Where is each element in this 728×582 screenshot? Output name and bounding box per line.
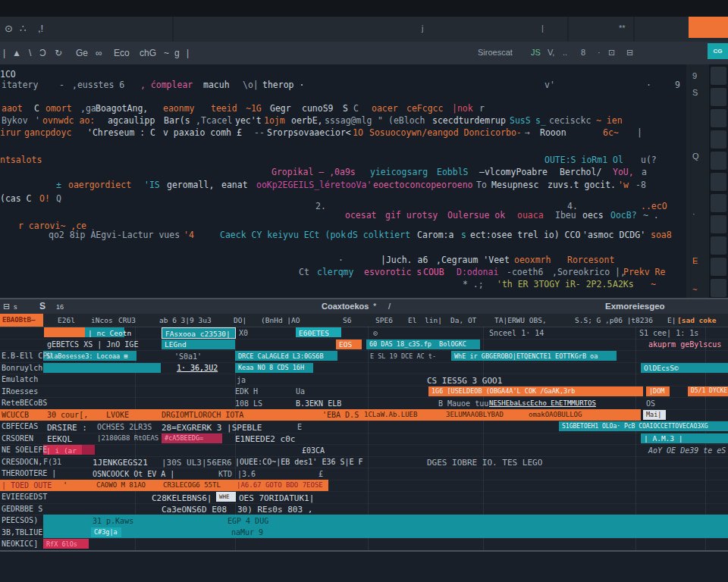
rail-box-button[interactable] [711,67,726,85]
timeline-bar[interactable]: S1GBETOEH1 OLOa· PcB COAIOCCETTOVECAO3XG [559,421,728,431]
row-label[interactable]: Bonruylch [2,364,42,372]
toolbar-status-item[interactable]: JS [531,48,541,57]
timeline-bar[interactable]: 60 DAS 18_c3S.fp BolOGKC [366,340,480,349]
timeline-text: gEBETCS XS | JnO IGE [47,340,138,349]
toolbar-icon[interactable]: Eco [114,46,130,60]
rail-box-button[interactable] [711,88,726,106]
row-label[interactable]: CBFECEAS [2,422,38,430]
corner-button[interactable]: CG [708,43,728,59]
row-label[interactable]: 3B,TBLIUE [2,528,42,537]
row-label[interactable]: NEOKICC] [2,540,38,548]
timeline-bar[interactable]: FAsxooa c23530| [162,327,236,339]
toolbar-icon[interactable]: | [187,46,189,60]
code-token: 1O [353,128,363,138]
timeline-bar[interactable] [43,363,161,373]
code-token: oaergordiect [68,180,131,190]
menu-icon[interactable]: ⊙ [5,22,13,36]
panel-title: Coaxtoekos [322,302,369,311]
row-label[interactable]: THEROOTERE | [2,469,56,477]
rail-box-button[interactable] [711,109,726,127]
rail-box-button[interactable] [711,152,726,170]
row-label[interactable]: ReteBECoBS [2,399,47,407]
gutter-icon[interactable]: S [692,88,698,97]
toolbar-icon[interactable]: | [3,46,5,60]
active-tab-highlight[interactable] [689,17,728,38]
timeline-bar[interactable]: LEGnd [162,340,235,349]
toolbar-icon[interactable]: \ [29,46,31,60]
row-label[interactable]: GEDRBBE S [2,505,42,513]
row-label[interactable]: NE SOELEFE [2,446,47,454]
timeline-bar[interactable]: | nc Ceotn [85,327,124,337]
gutter-icon[interactable]: 9 [692,71,697,80]
row-label[interactable]: IRoesses [2,387,38,396]
slash-icon[interactable]: / [388,302,391,311]
menu-icon[interactable]: ,! [38,22,43,36]
timeline-bar[interactable]: C#3g|a [91,527,121,537]
timeline-bar[interactable]: Mai| [643,410,666,420]
timeline-bar[interactable]: |DOM [646,386,670,396]
toolbar-status-item[interactable]: ⊡ [608,48,615,58]
toolbar-icon[interactable]: g [174,46,180,60]
timeline-bar[interactable]: SlaBosesse3: Locoaa ⊞ [43,351,136,361]
gutter-icon[interactable]: E [692,256,698,265]
row-label[interactable]: E.B-Ell CPU [2,352,52,360]
rail-box-button[interactable] [711,173,726,191]
row-label[interactable]: Emulatch [2,375,38,383]
timeline-bar[interactable] [43,527,728,539]
timeline-text: 31 p.Kaws [93,517,133,525]
toolbar-status-item[interactable]: ⊟ [626,48,633,58]
toolbar-status-item[interactable]: Siroescat [478,48,513,57]
timeline-bar[interactable]: OlDEcsS© [641,363,728,373]
toolbar-icon[interactable]: Ɔ [39,46,46,60]
code-editor[interactable]: 1COitatery-,eusstes 6, ćomplearmacuh\o|t… [0,64,686,299]
timeline-bar[interactable]: 1G6 [USELDEOB (OBGA4A'L COK /GaAK,3rb [428,386,643,396]
toolbar-icon[interactable]: ↻ [55,46,62,60]
timeline-bar[interactable]: WHE [216,492,236,502]
rail-box-button[interactable] [711,194,726,212]
toolbar-icon[interactable]: Ge [76,46,88,60]
toolbar-icon[interactable]: ▲ [12,46,21,60]
toolbar-status-item[interactable]: · [598,48,601,57]
bar-label: OlDEcsS© [644,364,679,372]
timeline-bar[interactable] [82,445,95,455]
row-label[interactable]: WCUCCB [2,411,29,419]
toolbar-icon[interactable]: ∞ [96,46,102,60]
timeline-bar[interactable]: | A.M.3 | [641,433,728,443]
timeline-bar[interactable]: D5/1 DYCKE [688,386,728,396]
ruler-origin-cell[interactable]: EBAOBtB— [0,314,43,327]
toolbar-icon[interactable]: ~ [164,46,169,60]
rail-box-button[interactable] [711,258,726,276]
rail-box-button[interactable] [711,130,726,149]
code-token: Prekv Re [623,268,665,277]
row-label[interactable]: EVIEEGEDST [2,493,47,501]
row-label[interactable]: PEECSOS) [2,516,38,524]
gutter-icon[interactable]: · [692,209,695,218]
toolbar-status-item[interactable]: V, [548,48,554,57]
timeline-bar[interactable]: EOS [336,340,362,349]
menu-icon[interactable]: ∴ [20,22,26,36]
timeline-bar[interactable] [44,327,85,337]
timeline-bar[interactable]: WhE ir GBGEROBO|ETQENCTE1 EOTTKGrB oa [451,351,617,361]
gutter-icon[interactable]: Q [692,152,699,161]
timeline-bar[interactable]: Keaa NO 8 CDS 16H [235,363,313,373]
timeline-bar[interactable]: RfX 6lOs [43,539,89,549]
row-label[interactable]: CRESDOCN, [2,458,42,466]
row-label[interactable]: | TOED OUTE [2,481,52,490]
toolbar-status-item[interactable]: .. [563,48,567,57]
rail-box-button[interactable] [711,215,726,233]
timeline-ruler[interactable]: EBAOBtB— [sad coke E26liNcosCRU3ab 6 3|9… [0,314,728,327]
toolbar-status-item[interactable]: 8 [581,48,585,57]
gutter-icon[interactable]: ~ [692,285,697,294]
panel-menu-icon[interactable]: ⊟ [3,302,10,311]
code-token: S [343,104,348,114]
timeline-bar[interactable]: E60ETES [296,327,341,337]
rail-box-button[interactable] [711,279,726,297]
timeline-bar[interactable]: DRCE CaLAGLEd L3:0GS6B [235,351,337,361]
code-token: geromall, [167,180,214,190]
toolbar-icon[interactable]: chG [140,46,156,60]
timeline-bar[interactable]: #cA5BEEDG= [162,433,222,443]
rail-box-button[interactable] [711,236,726,255]
row-label[interactable]: CRSOREN [2,434,33,443]
gear-icon[interactable]: * [373,302,376,311]
timeline-bar[interactable] [43,515,728,527]
